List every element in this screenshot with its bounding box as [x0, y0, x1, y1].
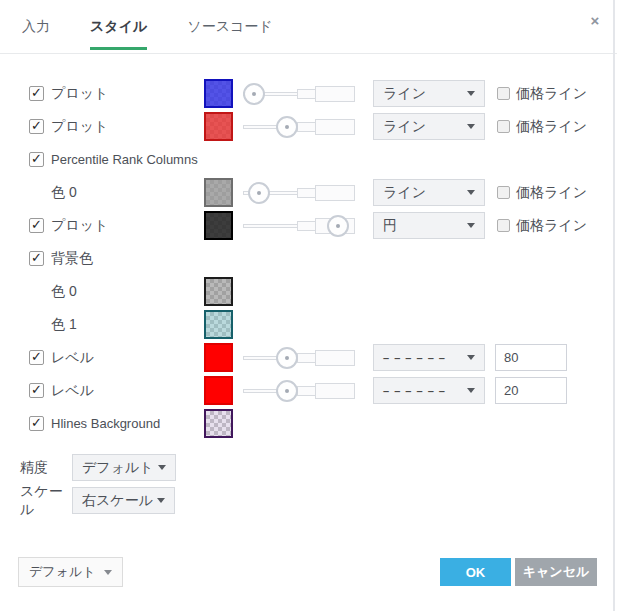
- precision-select[interactable]: デフォルト: [72, 454, 176, 481]
- plot-row: プロット ライン 価格ライン: [0, 110, 617, 143]
- level-label: レベル: [51, 382, 204, 400]
- defaults-button[interactable]: デフォルト: [18, 557, 123, 587]
- color-swatch[interactable]: [204, 343, 233, 372]
- dialog-right-border: [613, 0, 615, 611]
- scale-select[interactable]: 右スケール: [72, 487, 175, 514]
- level-row: レベル – – – – – –: [0, 341, 617, 374]
- plot-checkbox[interactable]: [29, 218, 44, 233]
- plot-checkbox[interactable]: [29, 119, 44, 134]
- chevron-down-icon: [467, 223, 475, 228]
- color-swatch[interactable]: [204, 409, 233, 438]
- chevron-down-icon: [157, 498, 165, 503]
- precision-row: 精度 デフォルト: [0, 451, 617, 484]
- level-value-input[interactable]: [495, 344, 567, 371]
- tab-source-code[interactable]: ソースコード: [187, 0, 272, 53]
- scale-row: スケール 右スケール: [0, 484, 617, 517]
- color-swatch[interactable]: [204, 211, 233, 240]
- tab-bar: 入力 スタイル ソースコード: [0, 0, 617, 53]
- level-row: レベル – – – – – –: [0, 374, 617, 407]
- color0-label: 色 0: [51, 184, 204, 202]
- bg-color0-label: 色 0: [51, 283, 204, 301]
- slider-thumb[interactable]: [276, 347, 298, 369]
- color-swatch[interactable]: [204, 277, 233, 306]
- level-label: レベル: [51, 349, 204, 367]
- close-icon[interactable]: ×: [585, 11, 605, 31]
- plot-row: プロット 円 価格ライン: [0, 209, 617, 242]
- background-color-row: 背景色: [0, 242, 617, 275]
- line-style-select[interactable]: – – – – – –: [373, 377, 485, 404]
- hlines-background-row: Hlines Background: [0, 407, 617, 440]
- opacity-slider[interactable]: [243, 178, 355, 208]
- price-line-label: 価格ライン: [516, 184, 587, 202]
- opacity-slider[interactable]: [243, 211, 355, 241]
- line-type-select[interactable]: ライン: [373, 80, 485, 107]
- percentile-rank-checkbox[interactable]: [29, 152, 44, 167]
- level-checkbox[interactable]: [29, 350, 44, 365]
- precision-label: 精度: [20, 459, 72, 477]
- plot-label: プロット: [51, 217, 204, 235]
- background-color-checkbox[interactable]: [29, 251, 44, 266]
- dialog-header: 入力 スタイル ソースコード ×: [0, 0, 617, 54]
- slider-thumb[interactable]: [276, 116, 298, 138]
- opacity-slider[interactable]: [243, 79, 355, 109]
- scale-label: スケール: [20, 483, 72, 519]
- chevron-down-icon: [467, 91, 475, 96]
- cancel-button[interactable]: キャンセル: [515, 558, 597, 586]
- plot-row: プロット ライン 価格ライン: [0, 77, 617, 110]
- bg-color0-row: 色 0: [0, 275, 617, 308]
- chevron-down-icon: [104, 570, 112, 575]
- line-type-select[interactable]: 円: [373, 212, 485, 239]
- slider-thumb[interactable]: [276, 380, 298, 402]
- tab-input[interactable]: 入力: [22, 0, 50, 53]
- slider-thumb[interactable]: [243, 83, 265, 105]
- line-type-select[interactable]: ライン: [373, 179, 485, 206]
- price-line-checkbox[interactable]: [497, 219, 510, 232]
- hlines-background-label: Hlines Background: [51, 416, 204, 431]
- bg-color1-label: 色 1: [51, 316, 204, 334]
- color-swatch[interactable]: [204, 178, 233, 207]
- color-swatch[interactable]: [204, 310, 233, 339]
- plot-checkbox[interactable]: [29, 86, 44, 101]
- chevron-down-icon: [467, 190, 475, 195]
- slider-thumb[interactable]: [327, 215, 349, 237]
- tab-style[interactable]: スタイル: [90, 0, 147, 53]
- price-line-label: 価格ライン: [516, 118, 587, 136]
- indicator-settings-dialog: 入力 スタイル ソースコード × プロット ライン 価格ライン: [0, 0, 617, 611]
- price-line-checkbox[interactable]: [497, 87, 510, 100]
- color-swatch[interactable]: [204, 376, 233, 405]
- hlines-background-checkbox[interactable]: [29, 416, 44, 431]
- color-swatch[interactable]: [204, 112, 233, 141]
- chevron-down-icon: [158, 465, 166, 470]
- percentile-rank-row: Percentile Rank Columns: [0, 143, 617, 176]
- plot-label: プロット: [51, 118, 204, 136]
- chevron-down-icon: [467, 124, 475, 129]
- background-color-label: 背景色: [51, 250, 204, 268]
- style-settings-list: プロット ライン 価格ライン プロット ライン: [0, 54, 617, 517]
- line-style-select[interactable]: – – – – – –: [373, 344, 485, 371]
- opacity-slider[interactable]: [243, 343, 355, 373]
- line-type-select[interactable]: ライン: [373, 113, 485, 140]
- price-line-label: 価格ライン: [516, 217, 587, 235]
- chevron-down-icon: [467, 388, 475, 393]
- price-line-checkbox[interactable]: [497, 186, 510, 199]
- level-checkbox[interactable]: [29, 383, 44, 398]
- opacity-slider[interactable]: [243, 376, 355, 406]
- color-swatch[interactable]: [204, 79, 233, 108]
- chevron-down-icon: [467, 355, 475, 360]
- plot-label: プロット: [51, 85, 204, 103]
- price-line-checkbox[interactable]: [497, 120, 510, 133]
- opacity-slider[interactable]: [243, 112, 355, 142]
- price-line-label: 価格ライン: [516, 85, 587, 103]
- bg-color1-row: 色 1: [0, 308, 617, 341]
- ok-button[interactable]: OK: [440, 558, 511, 586]
- percentile-rank-label: Percentile Rank Columns: [51, 152, 204, 167]
- level-value-input[interactable]: [495, 377, 567, 404]
- slider-thumb[interactable]: [248, 182, 270, 204]
- color0-row: 色 0 ライン 価格ライン: [0, 176, 617, 209]
- dialog-footer: デフォルト OK キャンセル: [18, 557, 597, 587]
